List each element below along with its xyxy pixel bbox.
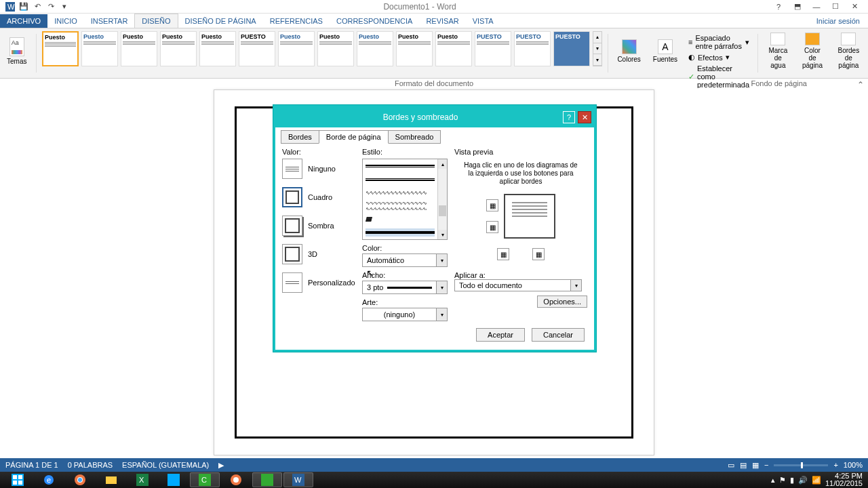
taskbar-chrome[interactable] [65, 472, 95, 487]
tray-battery-icon[interactable]: ▮ [790, 476, 794, 485]
tab-file[interactable]: ARCHIVO [0, 14, 47, 28]
maximize-icon[interactable]: ☐ [827, 1, 844, 12]
page-color-button[interactable]: Color de página [797, 31, 828, 70]
zoom-level[interactable]: 100% [844, 461, 863, 469]
scroll-down-icon[interactable]: ▾ [438, 230, 447, 239]
tray-volume-icon[interactable]: 🔊 [798, 476, 808, 485]
tab-borders-inner[interactable]: Bordes [281, 130, 319, 144]
doc-style-10[interactable]: Puesto [396, 31, 433, 66]
close-icon[interactable]: ✕ [846, 1, 863, 12]
dialog-close-icon[interactable]: ✕ [578, 111, 591, 123]
minimize-icon[interactable]: — [808, 1, 825, 12]
scroll-track[interactable] [438, 169, 447, 230]
left-border-button[interactable]: ▦ [497, 248, 509, 260]
ok-button[interactable]: Aceptar [476, 328, 525, 342]
watermark-button[interactable]: Marca de agua [764, 31, 793, 70]
width-combo[interactable]: 3 pto▾ [362, 281, 448, 294]
doc-style-13[interactable]: PUESTO [514, 31, 551, 66]
tab-references[interactable]: REFERENCIAS [263, 14, 330, 28]
setting-none[interactable]: Ninguno [282, 159, 355, 179]
gallery-scroll[interactable]: ▴▾▾ [593, 31, 602, 66]
tab-view[interactable]: VISTA [466, 14, 500, 28]
redo-icon[interactable]: ↷ [45, 1, 57, 12]
tab-layout[interactable]: DISEÑO DE PÁGINA [178, 14, 263, 28]
view-web-icon[interactable]: ▦ [752, 461, 759, 470]
dropdown-icon[interactable]: ▾ [570, 280, 581, 291]
scroll-up-icon[interactable]: ▴ [593, 32, 601, 43]
zoom-in-icon[interactable]: + [833, 461, 837, 469]
help-icon[interactable]: ? [770, 1, 787, 12]
setting-box[interactable]: Cuadro [282, 187, 355, 207]
status-page[interactable]: PÁGINA 1 DE 1 [5, 461, 58, 469]
taskbar-chrome2[interactable] [221, 472, 251, 487]
doc-style-5[interactable]: Puesto [199, 31, 236, 66]
style-opt-1[interactable] [366, 162, 435, 170]
view-read-icon[interactable]: ▭ [728, 461, 734, 470]
tab-mailings[interactable]: CORRESPONDENCIA [330, 14, 419, 28]
art-combo[interactable]: (ninguno)▾ [362, 308, 448, 321]
doc-style-12[interactable]: PUESTO [475, 31, 511, 66]
tab-page-border[interactable]: Borde de página [319, 130, 389, 144]
scroll-thumb[interactable] [439, 205, 446, 216]
top-border-button[interactable]: ▦ [486, 199, 498, 211]
setting-shadow[interactable]: Sombra [282, 216, 355, 236]
scroll-down-icon[interactable]: ▾ [593, 43, 601, 55]
setting-custom[interactable]: Personalizado [282, 272, 355, 293]
right-border-button[interactable]: ▦ [532, 248, 545, 260]
style-opt-6[interactable] [366, 228, 435, 237]
para-spacing-button[interactable]: ≡Espaciado entre párrafos ▾ [688, 34, 749, 50]
gallery-more-icon[interactable]: ▾ [593, 54, 601, 66]
scroll-up-icon[interactable]: ▴ [438, 159, 447, 169]
start-button[interactable] [3, 472, 33, 487]
status-lang[interactable]: ESPAÑOL (GUATEMALA) [122, 461, 209, 469]
page-borders-button[interactable]: Bordes de página [832, 31, 865, 70]
tray-action-icon[interactable]: ⚑ [779, 476, 786, 485]
tab-insert[interactable]: INSERTAR [84, 14, 135, 28]
dialog-titlebar[interactable]: Bordes y sombreado ? ✕ [275, 107, 594, 127]
options-button[interactable]: Opciones... [537, 296, 587, 308]
bottom-border-button[interactable]: ▦ [486, 221, 498, 233]
setting-3d[interactable]: 3D [282, 244, 355, 264]
sign-in-link[interactable]: Iniciar sesión [808, 14, 868, 28]
taskbar-dropbox[interactable] [159, 472, 189, 487]
doc-style-8[interactable]: Puesto [317, 31, 354, 66]
dropdown-icon[interactable]: ▾ [436, 281, 447, 293]
word-icon[interactable]: W [4, 1, 16, 12]
taskbar-ie[interactable]: e [34, 472, 64, 487]
tab-shading[interactable]: Sombreado [388, 130, 441, 144]
taskbar-excel[interactable]: X [127, 472, 157, 487]
colors-button[interactable]: Colores [613, 31, 644, 70]
tray-up-icon[interactable]: ▴ [771, 476, 775, 485]
apply-combo[interactable]: Todo el documento▾ [454, 279, 582, 291]
style-scrollbar[interactable]: ▴ ▾ [437, 159, 447, 239]
dropdown-icon[interactable]: ▾ [436, 308, 447, 321]
status-words[interactable]: 0 PALABRAS [68, 461, 113, 469]
doc-style-1[interactable]: Puesto [42, 31, 79, 66]
doc-style-11[interactable]: Puesto [435, 31, 472, 66]
doc-style-6[interactable]: PUESTO [239, 31, 275, 66]
tab-design[interactable]: DISEÑO [134, 14, 178, 28]
zoom-out-icon[interactable]: − [764, 461, 768, 469]
zoom-slider[interactable] [774, 464, 828, 466]
doc-style-7[interactable]: Puesto [278, 31, 315, 66]
style-gallery[interactable]: Puesto Puesto Puesto Puesto Puesto PUEST… [42, 31, 602, 75]
tray-network-icon[interactable]: 📶 [812, 476, 821, 485]
effects-button[interactable]: ◐Efectos ▾ [688, 53, 749, 62]
tray-clock[interactable]: 4:25 PM11/02/2015 [825, 472, 863, 487]
style-opt-2[interactable] [366, 176, 435, 184]
view-print-icon[interactable]: ▤ [740, 461, 747, 470]
doc-style-14[interactable]: PUESTO [553, 31, 590, 66]
taskbar-app[interactable] [252, 472, 282, 487]
themes-button[interactable]: Temas [3, 31, 31, 70]
style-opt-5[interactable]: //////////////// [366, 216, 435, 224]
tab-review[interactable]: REVISAR [419, 14, 465, 28]
dialog-help-icon[interactable]: ? [563, 111, 575, 123]
tab-home[interactable]: INICIO [47, 14, 84, 28]
style-opt-4[interactable]: ∿∿∿∿∿∿∿∿∿∿∿∿∿∿∿∿∿∿∿∿∿∿∿∿∿∿∿∿∿∿ [366, 202, 435, 210]
style-opt-3[interactable]: ∿∿∿∿∿∿∿∿∿∿∿∿∿∿∿ [366, 188, 435, 197]
doc-style-9[interactable]: Puesto [357, 31, 393, 66]
style-listbox[interactable]: ∿∿∿∿∿∿∿∿∿∿∿∿∿∿∿ ∿∿∿∿∿∿∿∿∿∿∿∿∿∿∿∿∿∿∿∿∿∿∿∿… [362, 159, 448, 240]
undo-icon[interactable]: ↶ [31, 1, 43, 12]
dropdown-icon[interactable]: ▾ [436, 254, 447, 266]
macro-icon[interactable]: ▶ [218, 461, 224, 470]
